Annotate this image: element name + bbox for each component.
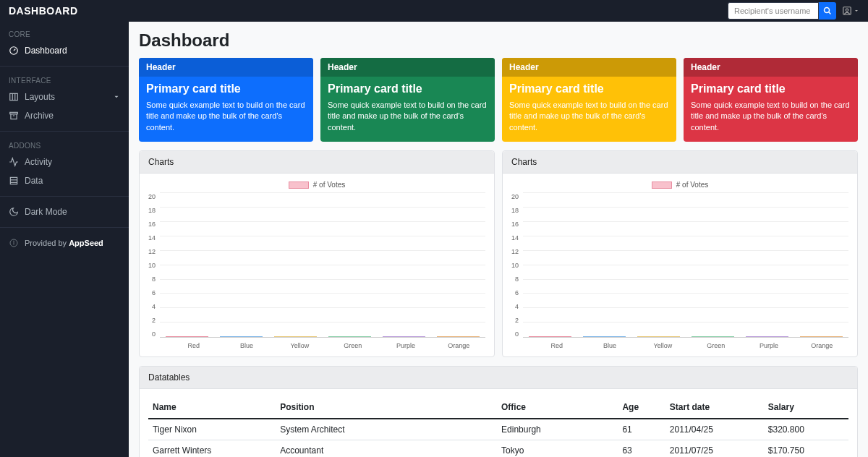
table-row[interactable]: Tiger NixonSystem ArchitectEdinburgh6120… [148, 419, 848, 440]
card-header: Header [684, 58, 858, 77]
x-label: Orange [796, 342, 848, 349]
bar-purple[interactable] [746, 336, 788, 337]
table-header[interactable]: Salary [764, 396, 848, 419]
bar-blue[interactable] [583, 336, 626, 337]
table-cell: 2011/04/25 [665, 419, 764, 440]
svg-rect-9 [11, 114, 17, 119]
table-cell: Tiger Nixon [148, 419, 276, 440]
search-input[interactable] [728, 2, 819, 20]
table-row[interactable]: Garrett WintersAccountantTokyo632011/07/… [148, 440, 848, 457]
sidebar-heading: CORE [0, 26, 129, 41]
table-cell: Tokyo [497, 440, 618, 457]
bar-green[interactable] [692, 336, 734, 337]
archive-icon [9, 111, 19, 121]
table-cell: 63 [618, 440, 665, 457]
chart-plot [160, 193, 485, 338]
sidebar-footer[interactable]: Provided by AppSeed [0, 234, 129, 252]
search-icon [823, 7, 832, 15]
svg-rect-5 [10, 93, 18, 100]
summary-card-yellow[interactable]: HeaderPrimary card titleSome quick examp… [502, 58, 676, 142]
card-title: Primary card title [509, 82, 669, 95]
table-cell: Accountant [276, 440, 497, 457]
sidebar-item-activity[interactable]: Activity [0, 153, 129, 171]
sidebar-item-data[interactable]: Data [0, 171, 129, 190]
table-header[interactable]: Name [148, 396, 276, 419]
panel-header: Charts [503, 151, 857, 174]
table-header[interactable]: Age [618, 396, 665, 419]
moon-icon [9, 207, 19, 217]
columns-icon [9, 92, 19, 102]
card-text: Some quick example text to build on the … [509, 100, 669, 133]
page-title: Dashboard [139, 30, 858, 51]
sidebar-item-label: Layouts [25, 92, 55, 102]
table-cell: 2011/07/25 [665, 440, 764, 457]
card-text: Some quick example text to build on the … [691, 100, 851, 133]
card-text: Some quick example text to build on the … [328, 100, 488, 133]
panel-header: Datatables [140, 367, 857, 389]
gauge-icon [9, 46, 19, 56]
x-label: Blue [583, 342, 636, 349]
bar-green[interactable] [328, 336, 371, 337]
table-cell: Garrett Winters [148, 440, 276, 457]
sidebar-item-archive[interactable]: Archive [0, 106, 129, 125]
sidebar-item-label: Archive [25, 111, 54, 121]
table-header[interactable]: Office [497, 396, 618, 419]
sidebar-item-dashboard[interactable]: Dashboard [0, 41, 129, 60]
x-label: Green [689, 342, 742, 349]
data-table: NamePositionOfficeAgeStart dateSalary Ti… [148, 396, 848, 457]
topbar-right [728, 2, 859, 20]
chevron-down-icon [113, 93, 120, 101]
card-title: Primary card title [691, 82, 851, 95]
topbar: DASHBOARD [0, 0, 868, 22]
brand[interactable]: DASHBOARD [9, 5, 78, 17]
svg-line-1 [829, 12, 831, 14]
table-cell: $320.800 [764, 419, 848, 440]
y-axis: 20181614121086420 [148, 193, 160, 338]
legend-swatch [289, 181, 309, 189]
table-header[interactable]: Start date [665, 396, 764, 419]
bar-purple[interactable] [383, 336, 425, 337]
chart-legend: # of Votes [148, 181, 485, 189]
bar-orange[interactable] [800, 336, 843, 337]
summary-cards-row: HeaderPrimary card titleSome quick examp… [139, 58, 858, 142]
panel-header: Charts [140, 151, 494, 174]
x-label: Yellow [637, 342, 689, 349]
avatar-icon [842, 6, 852, 16]
summary-card-green[interactable]: HeaderPrimary card titleSome quick examp… [320, 58, 495, 142]
table-header[interactable]: Position [276, 396, 497, 419]
chart-plot [523, 193, 848, 338]
x-label: Orange [433, 342, 485, 349]
bar-orange[interactable] [437, 336, 480, 337]
table-cell: System Architect [276, 419, 497, 440]
bar-yellow[interactable] [274, 336, 317, 337]
sidebar-item-layouts[interactable]: Layouts [0, 87, 129, 106]
x-label: Yellow [273, 342, 326, 349]
table-cell: Edinburgh [497, 419, 618, 440]
summary-card-red[interactable]: HeaderPrimary card titleSome quick examp… [684, 58, 858, 142]
info-icon [9, 238, 19, 248]
summary-card-blue[interactable]: HeaderPrimary card titleSome quick examp… [139, 58, 313, 142]
card-header: Header [502, 58, 676, 77]
svg-point-0 [825, 8, 830, 13]
bar-yellow[interactable] [637, 336, 680, 337]
sidebar-item-label: Activity [25, 157, 52, 167]
card-header: Header [139, 58, 313, 77]
table-cell: $170.750 [764, 440, 848, 457]
user-menu[interactable] [842, 6, 859, 16]
svg-point-3 [846, 9, 848, 12]
x-label: Purple [742, 342, 795, 349]
sidebar-item-label: Data [25, 176, 43, 186]
chart-legend: # of Votes [511, 181, 848, 189]
chevron-down-icon [854, 8, 859, 14]
bar-blue[interactable] [220, 336, 263, 337]
bar-red[interactable] [529, 336, 571, 337]
sidebar-item-label: Dashboard [25, 46, 67, 56]
search-button[interactable] [819, 2, 836, 20]
sidebar-item-darkmode[interactable]: Dark Mode [0, 202, 129, 221]
chart-panel-0: Charts# of Votes20181614121086420RedBlue… [139, 150, 495, 357]
data-icon [9, 176, 19, 186]
bar-red[interactable] [166, 336, 208, 337]
x-label: Green [326, 342, 379, 349]
x-label: Red [530, 342, 583, 349]
x-axis: RedBlueYellowGreenPurpleOrange [167, 342, 485, 349]
